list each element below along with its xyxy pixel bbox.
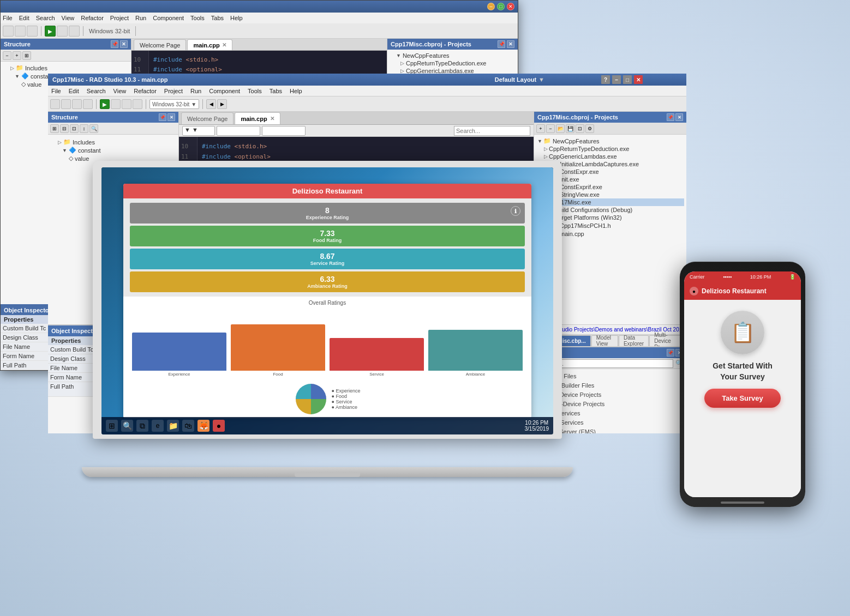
tb-back-front[interactable]: ◀ bbox=[206, 99, 216, 109]
proj-generic-front[interactable]: ▷ CppGenericLambdas.exe bbox=[536, 153, 684, 160]
toolbar-new-back[interactable] bbox=[3, 26, 14, 37]
layout-dropdown-icon[interactable]: ▼ bbox=[538, 76, 544, 83]
toolbar-open-back[interactable] bbox=[15, 26, 26, 37]
help-btn-front[interactable]: ? bbox=[601, 75, 610, 84]
structure-close-front[interactable]: ✕ bbox=[167, 113, 175, 121]
tb-run-front[interactable]: ▶ bbox=[100, 99, 110, 109]
tree-includes-front[interactable]: ▷ 📁 Includes bbox=[51, 138, 175, 146]
maximize-btn-front[interactable]: □ bbox=[623, 75, 632, 84]
menu-tools-front[interactable]: Tools bbox=[248, 88, 262, 94]
btab-multidevice-front[interactable]: Multi-Device Pr... bbox=[649, 335, 684, 346]
toolbar-run-back[interactable]: ▶ bbox=[45, 26, 56, 37]
menu-view-front[interactable]: View bbox=[113, 88, 127, 94]
tb-stop-front[interactable] bbox=[122, 99, 131, 109]
tab-main-front[interactable]: main.cpp ✕ bbox=[235, 112, 280, 124]
tree-collapse-front[interactable]: ⊟ bbox=[60, 124, 69, 133]
tb-platform-label[interactable]: Windows 32-bit ▼ bbox=[149, 99, 199, 109]
proj-add-front[interactable]: + bbox=[536, 124, 545, 133]
taskbar-app[interactable]: ● bbox=[213, 420, 225, 432]
menu-project-front[interactable]: Project bbox=[164, 88, 183, 94]
taskbar-firefox[interactable]: 🦊 bbox=[197, 420, 209, 432]
proj-open-front[interactable]: 📂 bbox=[556, 124, 565, 133]
proj-new-cpp-back[interactable]: ▼ NewCppFeatures bbox=[390, 52, 516, 59]
menu-refactor-front[interactable]: Refactor bbox=[134, 88, 157, 94]
close-btn-front[interactable]: ✕ bbox=[634, 75, 643, 84]
taskbar-view[interactable]: ⧉ bbox=[136, 420, 148, 432]
tab-welcome-front[interactable]: Welcome Page bbox=[181, 112, 234, 124]
taskbar-edge[interactable]: e bbox=[152, 420, 164, 432]
take-survey-button[interactable]: Take Survey bbox=[704, 389, 781, 408]
menu-file-front[interactable]: File bbox=[51, 88, 61, 94]
menu-file-back[interactable]: File bbox=[3, 15, 13, 21]
tab-main-close-back[interactable]: ✕ bbox=[222, 42, 226, 48]
tab-welcome-back[interactable]: Welcome Page bbox=[134, 39, 186, 50]
tree-expand-front[interactable]: ⊞ bbox=[50, 124, 59, 133]
structure-close-back[interactable]: ✕ bbox=[120, 40, 128, 48]
tree-sort-front[interactable]: ↕ bbox=[80, 124, 88, 133]
btab-dataexplorer-front[interactable]: Data Explorer bbox=[619, 335, 649, 346]
menu-help-back[interactable]: Help bbox=[230, 15, 243, 21]
tb-forward-front[interactable]: ▶ bbox=[217, 99, 227, 109]
taskbar-store[interactable]: 🛍 bbox=[182, 420, 194, 432]
proj-return-front[interactable]: ▷ CppReturnTypeDeduction.exe bbox=[536, 145, 684, 153]
taskbar-search[interactable]: 🔍 bbox=[121, 420, 133, 432]
tree-includes-back[interactable]: ▷ 📁 Includes bbox=[4, 64, 128, 72]
menu-run-front[interactable]: Run bbox=[190, 88, 201, 94]
search-input-front[interactable] bbox=[454, 126, 530, 136]
menu-component-back[interactable]: Component bbox=[153, 15, 184, 21]
tb-save-front[interactable] bbox=[72, 99, 82, 109]
taskbar-folder[interactable]: 📁 bbox=[167, 420, 179, 432]
scope-combo-front[interactable]: ▼ ▼ bbox=[182, 126, 215, 136]
tree-constant-front[interactable]: ▼ 🔷 constant bbox=[51, 146, 175, 154]
tree-expand-back[interactable]: + bbox=[13, 51, 21, 60]
tree-collapse-back[interactable]: − bbox=[3, 51, 11, 60]
menu-tabs-front[interactable]: Tabs bbox=[270, 88, 282, 94]
menu-edit-back[interactable]: Edit bbox=[19, 15, 29, 21]
tree-filter-back[interactable]: ⊞ bbox=[22, 51, 31, 60]
menu-search-back[interactable]: Search bbox=[36, 15, 55, 21]
minimize-btn-front[interactable]: – bbox=[612, 75, 621, 84]
menu-run-back[interactable]: Run bbox=[135, 15, 146, 21]
minimize-btn-back[interactable]: – bbox=[487, 3, 495, 10]
projects-pin-front[interactable]: 📌 bbox=[667, 113, 674, 121]
projects-close-front[interactable]: ✕ bbox=[675, 113, 683, 121]
tree-search-front[interactable]: 🔍 bbox=[89, 124, 98, 133]
structure-pin-front[interactable]: 📌 bbox=[159, 113, 166, 121]
proj-save-front[interactable]: 💾 bbox=[566, 124, 574, 133]
toolbar-save-back[interactable] bbox=[27, 26, 38, 37]
tb-pause-front[interactable] bbox=[111, 99, 121, 109]
tree-filter-front[interactable]: ⊡ bbox=[70, 124, 79, 133]
proj-options-front[interactable]: ⚙ bbox=[585, 124, 594, 133]
proj-filter-front[interactable]: ⊡ bbox=[576, 124, 584, 133]
tb-step-front[interactable] bbox=[133, 99, 142, 109]
palette-pin-front[interactable]: 📌 bbox=[667, 349, 674, 357]
taskbar-start[interactable]: ⊞ bbox=[106, 420, 118, 432]
proj-new-cpp-front[interactable]: ▼ 📁 NewCppFeatures bbox=[536, 137, 684, 145]
member-combo-front[interactable] bbox=[217, 126, 260, 136]
btab-modelview-front[interactable]: Model View bbox=[591, 335, 618, 346]
structure-pin-back[interactable]: 📌 bbox=[111, 40, 118, 48]
tab-main-close-front[interactable]: ✕ bbox=[270, 116, 274, 122]
proj-return-back[interactable]: ▷ CppReturnTypeDeduction.exe bbox=[390, 59, 516, 67]
close-btn-back[interactable]: ✕ bbox=[507, 3, 514, 10]
menu-search-front[interactable]: Search bbox=[87, 88, 106, 94]
proj-remove-front[interactable]: − bbox=[546, 124, 555, 133]
toolbar-pause-back[interactable] bbox=[57, 26, 68, 37]
menu-edit-front[interactable]: Edit bbox=[69, 88, 79, 94]
tab-main-back[interactable]: main.cpp ✕ bbox=[187, 39, 232, 50]
menu-tools-back[interactable]: Tools bbox=[190, 15, 205, 21]
function-combo-front[interactable] bbox=[262, 126, 306, 136]
menu-help-front[interactable]: Help bbox=[290, 88, 302, 94]
menu-tabs-back[interactable]: Tabs bbox=[211, 15, 224, 21]
toolbar-stop-back[interactable] bbox=[69, 26, 80, 37]
menu-refactor-back[interactable]: Refactor bbox=[81, 15, 104, 21]
tb-open-front[interactable] bbox=[61, 99, 71, 109]
projects-close-back[interactable]: ✕ bbox=[507, 40, 514, 48]
menu-project-back[interactable]: Project bbox=[110, 15, 129, 21]
maximize-btn-back[interactable]: □ bbox=[497, 3, 505, 10]
tb-save-all-front[interactable] bbox=[83, 99, 93, 109]
menu-view-back[interactable]: View bbox=[62, 15, 75, 21]
tb-new-front[interactable] bbox=[50, 99, 60, 109]
projects-pin-back[interactable]: 📌 bbox=[498, 40, 505, 48]
menu-component-front[interactable]: Component bbox=[209, 88, 240, 94]
